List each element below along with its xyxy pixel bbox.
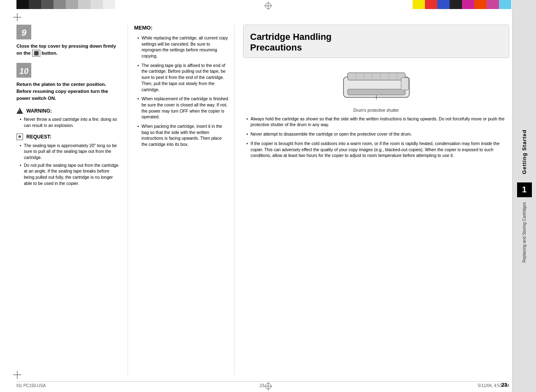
swatch-black — [450, 0, 462, 9]
cartridge-title: Cartridge Handling Precautions — [250, 32, 502, 53]
request-icon: R — [16, 134, 23, 140]
drum-label: Drum's protective shutter — [243, 108, 509, 113]
drum-svg — [335, 65, 418, 106]
drum-image-area: Drum's protective shutter — [243, 65, 509, 113]
svg-rect-27 — [401, 78, 408, 90]
crosshair-top — [264, 2, 272, 10]
sidebar-number: 1 — [517, 182, 532, 197]
precaution-item-3: If the copier is brought from the cold o… — [246, 141, 509, 159]
sidebar-title: Getting Started — [521, 129, 527, 174]
swatch-blue — [437, 0, 450, 9]
step9-badge: 9 — [16, 25, 31, 39]
page-number: 23 — [501, 382, 507, 388]
swatch-cyan — [499, 0, 511, 9]
precaution-item-1: Always hold the cartridge as shown so th… — [246, 116, 509, 128]
warning-item-1: Never throw a used cartridge into a fire… — [20, 116, 119, 128]
svg-rect-26 — [348, 89, 405, 95]
memo-item-3: When replacement of the cartridge is fin… — [137, 96, 228, 120]
warning-section: ! WARNING: Never throw a used cartridge … — [16, 108, 119, 128]
cartridge-box: Cartridge Handling Precautions — [243, 25, 509, 58]
bottom-bar: 01/ PC150-USA 23 5/11/04, 4:53 PM — [16, 381, 509, 388]
warning-list: Never throw a used cartridge into a fire… — [16, 116, 119, 128]
step10: 10 Return the platen to the center posit… — [16, 63, 119, 102]
memo-item-1: While replacing the cartridge, all curre… — [137, 35, 228, 59]
step10-text: Return the platen to the center position… — [16, 81, 119, 102]
reg-mark-tl — [13, 13, 21, 21]
swatch-5 — [66, 0, 78, 9]
request-list: The sealing tape is approximately 20" lo… — [16, 143, 119, 187]
button-icon: ⬛ — [32, 50, 40, 57]
color-block-left — [16, 0, 115, 9]
precaution-item-2: Never attempt to disassemble the cartrid… — [246, 131, 509, 137]
warning-triangle-icon: ! — [16, 108, 23, 114]
swatch-magenta — [462, 0, 474, 9]
swatch-yellow — [413, 0, 425, 9]
swatch-1 — [16, 0, 29, 9]
swatch-pink — [487, 0, 499, 9]
step9-text: Close the top cover by pressing down fir… — [16, 43, 119, 57]
memo-item-4: When packing the cartridge, insert it in… — [137, 123, 228, 148]
main-content: 9 Close the top cover by pressing down f… — [16, 25, 509, 376]
memo-list: While replacing the cartridge, all curre… — [134, 35, 228, 148]
swatch-7 — [90, 0, 103, 9]
swatch-3 — [41, 0, 53, 9]
bottom-left-text: 01/ PC150-USA — [16, 383, 46, 388]
request-title: R REQUEST: — [16, 134, 119, 140]
request-section: R REQUEST: The sealing tape is approxima… — [16, 134, 119, 187]
swatch-8 — [103, 0, 115, 9]
warning-title: ! WARNING: — [16, 108, 119, 114]
step10-badge: 10 — [16, 63, 31, 78]
swatch-2 — [29, 0, 41, 9]
color-block-right — [413, 0, 511, 9]
cartridge-precautions-list: Always hold the cartridge as shown so th… — [243, 116, 509, 159]
memo-title: MEMO: — [134, 25, 228, 31]
memo-item-2: The sealing tape grip is affixed to the … — [137, 62, 228, 92]
request-item-2: Do not pull the sealing tape out from th… — [20, 162, 119, 187]
svg-text:10: 10 — [19, 67, 28, 76]
swatch-red — [425, 0, 437, 9]
right-column: Cartridge Handling Precautions — [234, 25, 509, 376]
swatch-6 — [78, 0, 90, 9]
middle-column: MEMO: While replacing the cartridge, all… — [128, 25, 234, 376]
swatch-4 — [53, 0, 66, 9]
swatch-orange — [474, 0, 487, 9]
left-column: 9 Close the top cover by pressing down f… — [16, 25, 128, 376]
request-item-1: The sealing tape is approximately 20" lo… — [20, 143, 119, 161]
step9: 9 Close the top cover by pressing down f… — [16, 25, 119, 57]
svg-text:9: 9 — [21, 28, 27, 38]
svg-rect-19 — [348, 73, 405, 80]
bottom-center-text: 23 — [260, 383, 264, 388]
sidebar-subtitle: Replacing and Storing Cartridges — [522, 202, 527, 263]
right-sidebar: Getting Started 1 Replacing and Storing … — [512, 0, 536, 392]
